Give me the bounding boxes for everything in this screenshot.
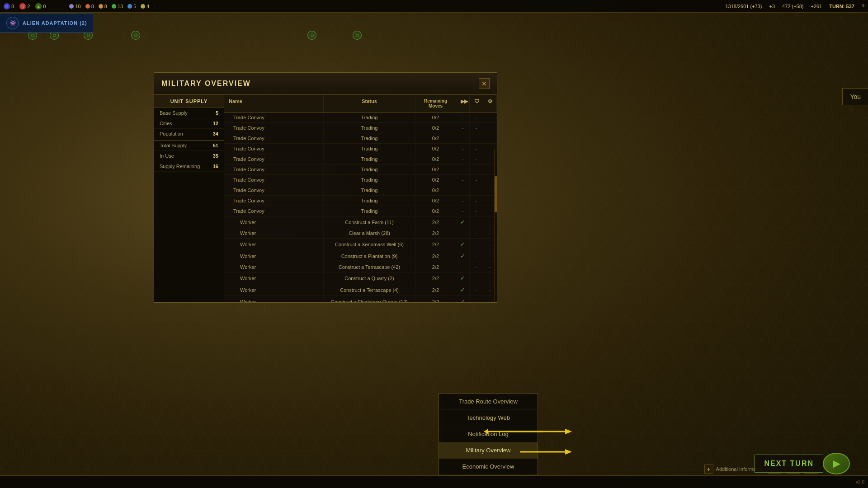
table-row[interactable]: Trade Convoy Trading 0/2 - - [224,185,497,196]
table-row[interactable]: Trade Convoy Trading 0/2 - - [224,206,497,216]
dropdown-item-notification[interactable]: Notification Log [439,426,538,442]
table-row[interactable]: Trade Convoy Trading 0/2 - - [224,196,497,206]
cell-col6 [483,133,497,143]
cell-status: Trading [324,113,415,122]
cell-name: Trade Convoy [224,164,324,174]
additional-info-plus-button[interactable]: + [704,465,713,474]
table-row[interactable]: Trade Convoy Trading 0/2 - - [224,133,497,144]
cell-status: Trading [324,144,415,154]
cell-name: Worker [224,216,324,228]
table-row[interactable]: Worker Construct a Plantation (9) 2/2 ✓ … [224,250,497,262]
next-turn-button[interactable]: ▶ [823,453,850,474]
in-use-value: 35 [208,153,218,159]
cell-status: Construct a Farm (11) [324,216,415,228]
table-row[interactable]: Trade Convoy Trading 0/2 - - [224,113,497,123]
cell-col4: - [456,113,470,122]
cell-col5: - [470,296,483,302]
cell-col5: - [470,250,483,262]
res-dot [85,4,90,9]
cell-moves: 2/2 [415,272,456,284]
res-5: 5 [127,4,136,9]
res-3: 8 [99,4,107,9]
col-moves-header: RemainingMoves [415,95,456,112]
help-btn[interactable]: ? [862,4,864,9]
res-6: 4 [141,4,149,9]
bottom-bar-info: v2.0 [856,479,864,484]
cell-moves: 2/2 [415,228,456,238]
alien-banner-text: ALIEN ADAPTATION (2) [23,20,87,26]
dialog-titlebar: MILITARY OVERVIEW ✕ [154,73,497,95]
dropdown-item-trade-route[interactable]: Trade Route Overview [439,394,538,410]
cell-status: Construct a Xenomass Well (6) [324,239,415,250]
cell-col5: - [470,164,483,174]
cell-check [456,262,470,272]
resource-influence: ▲ 0 [35,3,46,9]
cell-name: Trade Convoy [224,113,324,122]
table-row[interactable]: Worker Construct a Quarry (2) 2/2 ✓ - - [224,272,497,284]
table-row[interactable]: Trade Convoy Trading 0/2 - - [224,154,497,164]
col-shield-header[interactable]: 🛡 [470,95,483,112]
map-icon: ⬡ [131,31,140,40]
table-row[interactable]: Worker Clear a Marsh (28) 2/2 - - [224,228,497,239]
cell-moves: 2/2 [415,262,456,272]
cell-col5: - [470,185,483,195]
table-row[interactable]: Worker Construct a Floatstone Quarry (12… [224,296,497,302]
resource-culture: ♫ 2 [19,3,30,9]
col-ff-header[interactable]: ▶▶ [456,95,470,112]
cell-name: Worker [224,296,324,302]
table-row[interactable]: Worker Construct a Terrascape (4) 2/2 ✓ … [224,284,497,296]
top-bar: ⚙ 8 ♫ 2 ▲ 0 10 8 8 13 5 4 [0,0,868,13]
table-row[interactable]: Worker Construct a Farm (11) 2/2 ✓ - - [224,216,497,228]
supply-row-base: Base Supply 5 [154,108,224,118]
supply-remaining-label: Supply Remaining [160,164,200,169]
cell-col4: - [456,144,470,154]
cell-status: Trading [324,196,415,206]
table-row[interactable]: Trade Convoy Trading 0/2 - - [224,123,497,133]
table-row[interactable]: Trade Convoy Trading 0/2 - - [224,175,497,185]
table-row[interactable]: Trade Convoy Trading 0/2 - - [224,144,497,154]
unit-table-body: Trade Convoy Trading 0/2 - - Trade Convo… [224,113,497,302]
scrollbar-track[interactable] [494,149,497,302]
alien-adaptation-banner[interactable]: 👾 ALIEN ADAPTATION (2) [0,14,94,33]
you-label: You [842,88,868,105]
base-supply-label: Base Supply [160,110,188,116]
cell-col4: - [456,133,470,143]
cell-moves: 0/2 [415,113,456,122]
influence-icon: ▲ [35,3,42,9]
cell-col5: - [470,175,483,185]
cell-moves: 2/2 [415,250,456,262]
table-header-row: Name Status RemainingMoves ▶▶ 🛡 ⚙ [224,95,497,113]
dialog-close-button[interactable]: ✕ [479,78,490,89]
cell-moves: 0/2 [415,133,456,143]
supply-row-population: Population 34 [154,129,224,139]
culture-icon: ♫ [19,3,26,9]
table-row[interactable]: Worker Construct a Xenomass Well (6) 2/2… [224,239,497,250]
bottom-bar: v2.0 [0,475,868,488]
cell-name: Trade Convoy [224,123,324,133]
res6-val: 4 [146,4,149,9]
in-use-label: In Use [160,153,174,159]
col-gear-header[interactable]: ⚙ [483,95,497,112]
res-dot [112,4,116,9]
dropdown-item-economic[interactable]: Economic Overview [439,459,538,475]
scrollbar-thumb[interactable] [495,176,497,212]
dropdown-item-military[interactable]: Military Overview [439,442,538,459]
map-icon: ⬡ [307,31,316,40]
next-turn-arrow-icon: ▶ [833,458,840,469]
cell-check [456,228,470,238]
cell-name: Trade Convoy [224,154,324,164]
cell-name: Worker [224,239,324,250]
dropdown-item-technology[interactable]: Technology Web [439,410,538,426]
res-4: 13 [112,4,123,9]
next-turn-area: NEXT TURN ▶ [755,453,850,474]
top-bar-right: 1318/2601 (+73) +3 472 (+58) +261 TURN: … [725,4,864,9]
cell-col5: - [470,123,483,133]
energy-val: 8 [91,4,94,9]
overview-dropdown-menu: Trade Route Overview Technology Web Noti… [439,393,538,475]
cell-check: ✓ [456,272,470,284]
cell-moves: 2/2 [415,296,456,302]
table-row[interactable]: Worker Construct a Terrascape (42) 2/2 -… [224,262,497,272]
cell-col4: - [456,123,470,133]
cell-col4: - [456,175,470,185]
table-row[interactable]: Trade Convoy Trading 0/2 - - [224,164,497,175]
